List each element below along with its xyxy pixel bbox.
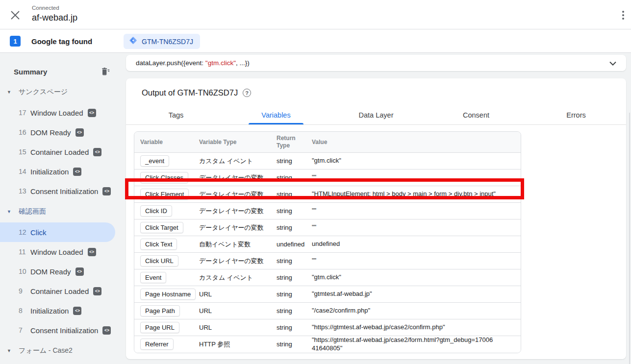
event-number: 9: [19, 287, 30, 295]
variable-type-cell: データレイヤーの変数: [193, 173, 271, 182]
variable-chip[interactable]: Referrer: [140, 339, 174, 350]
summary-link[interactable]: Summary: [14, 68, 47, 76]
variable-chip[interactable]: _event: [140, 155, 169, 167]
code-icon: <>: [102, 326, 111, 335]
variable-chip[interactable]: Page URL: [140, 322, 179, 333]
sidebar-event-item[interactable]: 16 DOM Ready <>: [0, 122, 115, 142]
sidebar-group-header[interactable]: ▼ サンクスページ: [0, 81, 123, 103]
sidebar-group-header[interactable]: ▼ フォーム - Case2: [0, 340, 123, 362]
sidebar-event-item[interactable]: 8 Initialization <>: [0, 301, 115, 320]
return-type-cell: string: [271, 157, 306, 165]
return-type-cell: string: [271, 174, 306, 181]
output-tab[interactable]: Consent: [426, 105, 526, 124]
close-icon[interactable]: [9, 9, 22, 22]
return-type-cell: string: [271, 324, 306, 331]
variable-chip[interactable]: Event: [140, 272, 166, 283]
clear-events-trash-icon[interactable]: [100, 67, 110, 76]
sidebar-event-item[interactable]: 12 Click: [0, 222, 115, 242]
variable-chip[interactable]: Click URL: [140, 255, 178, 267]
sidebar-group-label: サンクスページ: [19, 88, 68, 97]
event-label: Initialization: [30, 168, 69, 176]
event-label: Click: [30, 228, 47, 237]
gtm-container-chip[interactable]: GTM-TN6ZSD7J: [124, 34, 200, 49]
sidebar-event-item[interactable]: 14 Initialization <>: [0, 162, 115, 181]
table-row: Click URL データレイヤーの変数 string "": [134, 252, 521, 269]
sidebar-event-item[interactable]: 17 Window Loaded <>: [0, 103, 115, 122]
event-label: Consent Initialization: [30, 187, 98, 195]
variable-chip[interactable]: Page Path: [140, 305, 180, 316]
tag-count-badge: 1: [10, 36, 21, 47]
return-type-cell: string: [271, 191, 306, 198]
code-icon: <>: [76, 267, 84, 276]
variables-table: Variable Variable Type Return Type Value…: [134, 131, 521, 353]
code-icon: <>: [73, 307, 81, 315]
event-number: 7: [19, 326, 30, 334]
table-row: _event カスタム イベント string "gtm.click": [134, 152, 521, 169]
vertical-scrollbar[interactable]: [629, 113, 630, 364]
kebab-menu-icon[interactable]: [618, 8, 628, 22]
variable-chip[interactable]: Click Text: [140, 239, 177, 250]
variable-chip[interactable]: Page Hostname: [140, 289, 196, 300]
variable-chip[interactable]: Click Target: [140, 222, 183, 233]
event-number: 15: [19, 148, 30, 156]
table-column-header: Variable Type: [193, 136, 271, 149]
output-tab[interactable]: Data Layer: [326, 105, 426, 124]
output-tab[interactable]: Tags: [126, 105, 226, 124]
sidebar-event-item[interactable]: 15 Container Loaded <>: [0, 142, 115, 162]
variable-type-cell: URL: [193, 324, 271, 331]
output-tabs: Tags Variables Data Layer Consent Errors: [126, 105, 626, 125]
event-label: Window Loaded: [30, 248, 83, 256]
table-row: Click Element データレイヤーの変数 string "HTMLInp…: [134, 186, 521, 202]
gtm-container-id: GTM-TN6ZSD7J: [142, 38, 193, 46]
gtm-diamond-icon: [128, 36, 138, 47]
sidebar-event-item[interactable]: 7 Consent Initialization <>: [0, 320, 115, 340]
table-row: Event カスタム イベント string "gtm.click": [134, 269, 521, 286]
datalayer-push-expander[interactable]: dataLayer.push({event: "gtm.click", ...}…: [126, 55, 626, 71]
event-number: 14: [19, 168, 30, 175]
table-column-header: Return Type: [271, 132, 306, 152]
value-cell: "": [306, 207, 502, 215]
output-tab[interactable]: Variables: [226, 105, 326, 124]
return-type-cell: string: [271, 207, 306, 215]
variable-type-cell: カスタム イベント: [193, 157, 271, 166]
variable-type-cell: データレイヤーの変数: [193, 207, 271, 216]
return-type-cell: string: [271, 307, 306, 315]
event-label: Window Loaded: [30, 109, 83, 117]
sidebar-event-item[interactable]: 11 Window Loaded <>: [0, 242, 115, 262]
output-tab[interactable]: Errors: [526, 105, 626, 124]
value-cell: "https://gtmtest.af-webad.jp/case2/form.…: [306, 336, 502, 353]
return-type-cell: string: [271, 340, 306, 348]
table-column-header: Variable: [134, 136, 193, 149]
table-column-header: Value: [306, 136, 521, 149]
value-cell: "": [306, 173, 502, 182]
event-number: 16: [19, 128, 30, 136]
help-icon[interactable]: ?: [243, 89, 251, 97]
chevron-down-icon[interactable]: [609, 59, 616, 68]
sidebar-event-item[interactable]: 9 Container Loaded <>: [0, 281, 115, 301]
variable-type-cell: データレイヤーの変数: [193, 257, 271, 266]
event-label: DOM Ready: [30, 128, 71, 137]
code-icon: <>: [76, 128, 84, 137]
top-header: Connected af-webad.jp: [0, 0, 631, 29]
code-icon: <>: [93, 287, 101, 295]
variable-chip[interactable]: Click ID: [140, 205, 172, 217]
code-icon: <>: [88, 109, 96, 117]
event-label: Consent Initialization: [30, 326, 98, 335]
table-row: Referrer HTTP 参照 string "https://gtmtest…: [134, 336, 521, 353]
sidebar-group-header[interactable]: ▼ 確認画面: [0, 201, 123, 222]
variable-type-cell: HTTP 参照: [193, 340, 271, 349]
variable-type-cell: 自動イベント変数: [193, 240, 271, 249]
value-cell: "HTMLInputElement: html > body > main > …: [306, 190, 502, 198]
table-row: Click Text 自動イベント変数 undefined undefined: [134, 236, 521, 252]
sidebar-group-label: フォーム - Case2: [19, 346, 73, 355]
code-icon: <>: [93, 148, 101, 156]
table-row: Page Hostname URL string "gtmtest.af-web…: [134, 286, 521, 302]
variable-chip[interactable]: Click Classes: [140, 172, 188, 183]
return-type-cell: string: [271, 224, 306, 231]
sidebar-event-item[interactable]: 13 Consent Initialization <>: [0, 181, 115, 201]
sidebar-event-item[interactable]: 10 DOM Ready <>: [0, 262, 115, 281]
table-row: Page URL URL string "https://gtmtest.af-…: [134, 319, 521, 336]
variable-chip[interactable]: Click Element: [140, 189, 189, 200]
event-number: 12: [19, 228, 30, 236]
value-cell: "https://gtmtest.af-webad.jp/case2/confi…: [306, 323, 502, 332]
